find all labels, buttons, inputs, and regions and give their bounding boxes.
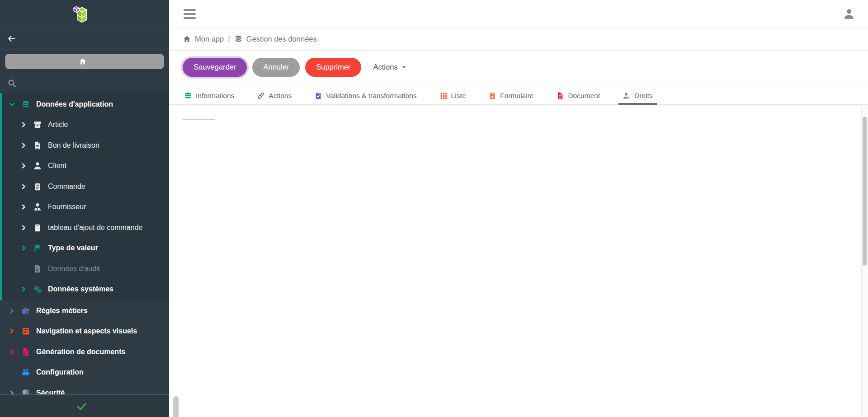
scrollbar-thumb[interactable] <box>863 117 867 266</box>
chevron-right-icon <box>9 328 15 334</box>
breadcrumb-mon-app[interactable]: Mon app <box>183 35 224 43</box>
tab-informations[interactable]: Informations <box>183 87 236 105</box>
home-icon <box>79 57 87 66</box>
sidebar-item-label: Fournisseur <box>48 203 86 211</box>
sidebar-item-label: Navigation et aspects visuels <box>36 327 137 335</box>
chevron-slot <box>20 286 27 292</box>
tab-validations-transformations[interactable]: Validations & transformations <box>313 87 418 105</box>
chevron-right-icon <box>20 245 27 251</box>
chevron-right-icon <box>20 122 27 128</box>
app-home-button[interactable] <box>5 54 164 69</box>
tab-label: Document <box>568 92 600 100</box>
doc-gen-icon <box>21 347 30 356</box>
topbar <box>169 0 868 28</box>
tab-actions[interactable]: Actions <box>255 87 293 105</box>
sidebar-tree-application-data: Données d'applicationArticleBon de livra… <box>0 93 169 300</box>
person-tie-icon <box>33 202 42 211</box>
home-icon <box>183 35 191 43</box>
sidebar-item-donnees-d-audit[interactable]: Données d'audit <box>2 258 169 279</box>
menu-toggle-button[interactable] <box>183 7 197 21</box>
tab-label: Droits <box>634 92 652 100</box>
annuler-button[interactable]: Annuler <box>252 58 300 77</box>
sidebar-item-label: Règles métiers <box>36 307 88 315</box>
clipboard-list-icon <box>33 182 42 191</box>
toolbar: SauvegarderAnnulerSupprimerActions <box>169 51 868 84</box>
chevron-slot <box>20 183 27 190</box>
database-icon <box>184 92 192 100</box>
breadcrumb-gestion-des-donnees[interactable]: Gestion des données <box>234 35 317 43</box>
arrow-left-icon <box>7 34 16 43</box>
sidebar-item-donnees-d-application[interactable]: Données d'application <box>2 94 169 115</box>
title-underline <box>183 119 215 120</box>
sidebar-scrollbar-thumb[interactable] <box>173 396 179 417</box>
tab-document[interactable]: Document <box>555 87 601 105</box>
sidebar-item-bon-de-livraison[interactable]: Bon de livraison <box>2 135 169 156</box>
database-icon <box>234 35 243 43</box>
chevron-slot <box>8 328 15 334</box>
tab-droits[interactable]: Droits <box>621 87 654 105</box>
supprimer-button[interactable]: Supprimer <box>305 58 361 77</box>
sidebar-search-input[interactable] <box>22 79 158 88</box>
chevron-right-icon <box>20 225 27 231</box>
chevron-down-icon <box>9 101 15 108</box>
list-alt-icon <box>21 327 30 336</box>
chevron-slot <box>8 101 15 108</box>
grid-icon <box>439 92 448 100</box>
sidebar-item-label: Génération de documents <box>36 348 125 356</box>
sidebar-item-navigation-et-aspects-visuels[interactable]: Navigation et aspects visuels <box>0 321 169 342</box>
main-area: Mon app/Gestion des données SauvegarderA… <box>169 0 868 417</box>
tab-label: Actions <box>269 92 292 100</box>
actions-dropdown[interactable]: Actions <box>373 63 407 71</box>
tab-label: Informations <box>196 92 234 100</box>
tab-formulaire[interactable]: Formulaire <box>487 87 535 105</box>
sidebar-item-label: Type de valeur <box>48 244 98 252</box>
sidebar-item-label: tableau d'ajout de commande <box>48 224 142 232</box>
box-icon <box>33 120 42 129</box>
sidebar-item-label: Données systèmes <box>48 285 113 293</box>
chevron-slot <box>8 349 15 355</box>
back-to-apps-link[interactable] <box>0 28 169 50</box>
user-menu[interactable] <box>843 8 859 20</box>
vertical-scrollbar[interactable] <box>861 105 868 417</box>
actions-label: Actions <box>373 63 397 71</box>
person-icon <box>33 161 42 170</box>
sidebar-item-label: Bon de livraison <box>48 141 99 150</box>
sidebar-item-donnees-systemes[interactable]: Données systèmes <box>2 279 169 300</box>
sidebar-item-article[interactable]: Article <box>2 115 169 136</box>
file-icon <box>33 141 42 150</box>
sidebar-item-type-de-valeur[interactable]: Type de valeur <box>2 238 169 259</box>
sidebar-item-label: Données d'audit <box>48 265 100 273</box>
sauvegarder-button[interactable]: Sauvegarder <box>183 58 247 77</box>
tab-liste[interactable]: Liste <box>438 87 467 105</box>
user-icon <box>843 8 855 20</box>
file-audit-icon <box>33 264 42 273</box>
tab-label: Liste <box>451 92 466 100</box>
sidebar-tree-root: Règles métiersNavigation et aspects visu… <box>0 300 169 403</box>
sidebar-item-label: Commande <box>48 183 85 191</box>
sidebar-item-regles-metiers[interactable]: Règles métiers <box>0 300 169 321</box>
service-status[interactable] <box>0 394 169 417</box>
caret-down-icon <box>401 64 407 70</box>
sidebar-item-generation-de-documents[interactable]: Génération de documents <box>0 342 169 362</box>
gears-icon <box>33 285 42 294</box>
breadcrumb-label: Mon app <box>195 35 224 43</box>
sidebar-item-configuration[interactable]: Configuration <box>0 362 169 383</box>
clipboard-icon <box>33 223 42 232</box>
clipboard-list-icon <box>488 92 496 100</box>
flag-icon <box>33 244 42 253</box>
sidebar-item-label: Configuration <box>36 368 84 376</box>
tab-bar: InformationsActionsValidations & transfo… <box>169 84 868 105</box>
sidebar-item-client[interactable]: Client <box>2 156 169 177</box>
chevron-slot <box>8 308 15 314</box>
sidebar-item-fournisseur[interactable]: Fournisseur <box>2 197 169 218</box>
sidebar-item-tableau-d-ajout-de-commande[interactable]: tableau d'ajout de commande <box>2 217 169 238</box>
database-icon <box>21 100 30 109</box>
chevron-right-icon <box>20 163 27 169</box>
breadcrumb-separator: / <box>228 35 230 43</box>
chevron-slot <box>20 122 27 128</box>
search-icon <box>7 79 17 88</box>
sidebar-item-commande[interactable]: Commande <box>2 176 169 197</box>
chevron-slot <box>20 142 27 149</box>
chevron-slot <box>20 225 27 231</box>
app-logo[interactable] <box>0 0 169 28</box>
